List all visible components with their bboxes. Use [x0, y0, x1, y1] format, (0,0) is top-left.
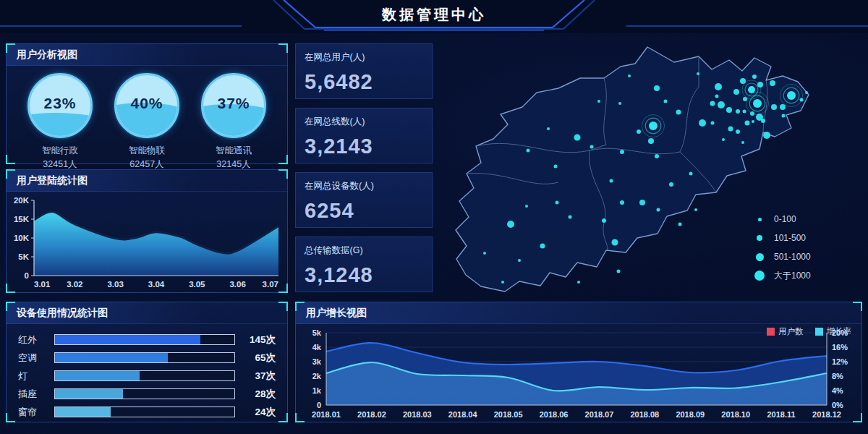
map-dot[interactable]: [805, 91, 808, 94]
map-dot[interactable]: [694, 208, 697, 211]
map-dot[interactable]: [617, 270, 621, 273]
legend-item-users[interactable]: 用户数: [767, 326, 804, 337]
x-tick-label: 2018.03: [403, 410, 432, 419]
map-dot[interactable]: [750, 111, 754, 116]
liquid-gauge[interactable]: 37%: [201, 73, 266, 138]
liquid-gauge[interactable]: 40%: [114, 73, 179, 138]
map-ripple-dot[interactable]: [753, 99, 762, 108]
map-dot[interactable]: [743, 97, 747, 101]
map-dot[interactable]: [697, 72, 699, 75]
map-dot[interactable]: [800, 98, 804, 102]
right-tick-label: 4%: [832, 386, 843, 395]
map-dot[interactable]: [728, 127, 733, 132]
map-dot[interactable]: [711, 122, 715, 125]
map-dot[interactable]: [554, 165, 558, 169]
map-dot[interactable]: [763, 132, 770, 139]
map-dot[interactable]: [654, 85, 660, 91]
map-dot[interactable]: [637, 129, 641, 134]
growth-line-chart[interactable]: 01k2k3k4k5k0%4%8%12%16%20%2018.012018.02…: [296, 324, 861, 422]
x-tick-label: 3.07: [263, 280, 278, 289]
x-tick-label: 3.06: [229, 280, 245, 289]
map-dot[interactable]: [540, 244, 545, 249]
map-dot[interactable]: [689, 172, 693, 176]
map-dot[interactable]: [678, 223, 682, 226]
bar-track[interactable]: [54, 334, 235, 345]
map-dot[interactable]: [525, 205, 528, 208]
corner-accent: [6, 169, 15, 179]
y-tick-label: 15K: [14, 215, 30, 224]
map-dot[interactable]: [655, 154, 659, 158]
map-dot[interactable]: [756, 114, 763, 121]
liquid-gauge[interactable]: 23%: [27, 73, 93, 138]
x-tick-label: 2018.05: [494, 410, 523, 419]
bar-track[interactable]: [54, 352, 235, 363]
map-dot[interactable]: [569, 216, 572, 219]
map-dot[interactable]: [733, 89, 739, 95]
map-dot[interactable]: [715, 83, 722, 90]
bar-track[interactable]: [54, 370, 235, 381]
legend-item-growth[interactable]: 增长率: [815, 326, 852, 337]
map-dot[interactable]: [757, 82, 763, 88]
bar-track[interactable]: [54, 388, 235, 399]
map-dot[interactable]: [770, 80, 775, 86]
x-tick-label: 2018.01: [312, 410, 341, 419]
map-ripple-dot[interactable]: [748, 86, 755, 93]
map-dot[interactable]: [590, 145, 594, 149]
map-dot[interactable]: [741, 141, 744, 144]
login-area-chart[interactable]: 05K10K15K20K3.013.023.033.043.053.063.07: [7, 192, 287, 292]
map-ripple-dot[interactable]: [649, 122, 658, 130]
map-dot[interactable]: [736, 109, 740, 114]
map-dot[interactable]: [782, 114, 786, 118]
map-dot[interactable]: [715, 95, 719, 98]
legend-swatch-users: [767, 328, 775, 336]
map-dot[interactable]: [610, 179, 613, 183]
gauge-percent: 37%: [203, 95, 264, 112]
map-dot[interactable]: [710, 101, 715, 106]
map-dot[interactable]: [740, 78, 746, 84]
map-dot[interactable]: [726, 107, 732, 113]
map-dot[interactable]: [752, 120, 754, 123]
map-dot[interactable]: [780, 104, 786, 110]
map-dot[interactable]: [639, 200, 645, 205]
map-dot[interactable]: [722, 138, 725, 141]
map-dot[interactable]: [620, 150, 624, 154]
map-dot[interactable]: [527, 149, 530, 153]
map-dot[interactable]: [752, 75, 757, 79]
map-dot[interactable]: [507, 221, 514, 228]
map-dot[interactable]: [501, 281, 504, 284]
map-dot[interactable]: [664, 100, 668, 103]
stat-label: 在网总设备数(人): [305, 180, 423, 192]
left-tick-label: 1k: [312, 386, 322, 395]
map-dot[interactable]: [602, 218, 606, 223]
map-dot[interactable]: [577, 281, 580, 284]
map-dot[interactable]: [612, 239, 618, 246]
map-dot[interactable]: [771, 104, 777, 110]
y-tick-label: 0: [25, 271, 29, 280]
map-dot[interactable]: [745, 121, 750, 126]
map-dot[interactable]: [597, 100, 600, 103]
map-dot[interactable]: [574, 135, 581, 141]
map-dot[interactable]: [648, 138, 654, 144]
map-dot[interactable]: [657, 208, 660, 212]
map-dot[interactable]: [618, 102, 621, 105]
map-dot[interactable]: [556, 201, 559, 205]
map-dot[interactable]: [518, 259, 521, 262]
panel-user-growth: 用户增长视图 用户数 增长率 01k2k3k4k5k0%4%8%12%16%20…: [295, 302, 862, 422]
growth-legend: 用户数 增长率: [767, 326, 851, 337]
map-dot[interactable]: [483, 252, 486, 255]
map-dot[interactable]: [620, 200, 624, 205]
bar-label: 空调: [18, 352, 54, 365]
map-dot[interactable]: [676, 110, 681, 115]
left-tick-label: 3k: [312, 357, 322, 366]
map-ripple-dot[interactable]: [787, 91, 796, 100]
map-dot[interactable]: [736, 129, 740, 134]
bar-track[interactable]: [54, 407, 235, 417]
bar-value: 24次: [235, 406, 276, 419]
map-dot[interactable]: [547, 127, 550, 130]
map-dot[interactable]: [743, 110, 746, 114]
panel-title: 用户分析视图: [7, 44, 287, 66]
map-dot[interactable]: [628, 75, 631, 77]
map-dot[interactable]: [669, 182, 673, 187]
map-dot[interactable]: [718, 101, 725, 109]
map-dot[interactable]: [699, 119, 706, 127]
